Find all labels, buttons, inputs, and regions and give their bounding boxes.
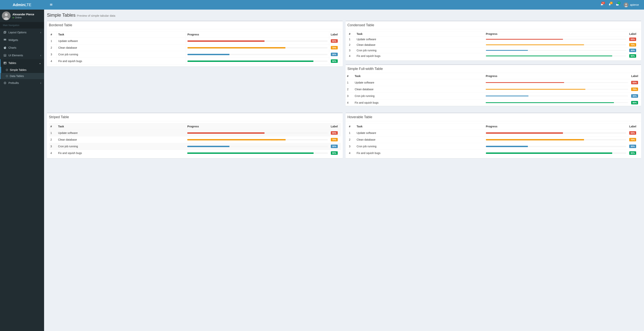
col-progress: Progress	[484, 123, 628, 130]
sidebar-item-label: UI Elements	[8, 54, 23, 57]
sidebar-item-label: Layout Options	[8, 31, 26, 34]
col-label: Label	[628, 123, 639, 130]
row-num: 1	[346, 79, 353, 86]
row-progress	[484, 150, 628, 156]
nav-mail[interactable]: 5	[614, 0, 621, 9]
striped-table: #TaskProgressLabel1Update software55%2Cl…	[49, 123, 341, 156]
row-task: Cron job running	[353, 93, 484, 99]
row-task: Update software	[57, 38, 186, 44]
row-label: 30%	[329, 143, 341, 150]
row-label: 30%	[630, 93, 641, 99]
sidebar-item-tables[interactable]: Tables ⌄ Simple Tables Data Tables	[0, 59, 44, 79]
pie-chart-icon	[4, 46, 6, 49]
table-row: 4Fix and squish bugs90%	[348, 150, 640, 156]
brand-logo[interactable]: AdminLTE	[0, 0, 44, 9]
condensed-table-box: Condensed Table #TaskProgressLabel1Updat…	[346, 21, 641, 60]
row-num: 4	[348, 53, 355, 59]
table-row: 2Clean database70%	[49, 44, 341, 51]
row-num: 3	[348, 48, 355, 53]
table-row: 3Cron job running30%	[346, 93, 641, 99]
table-row: 1Update software55%	[346, 79, 641, 86]
row-num: 1	[49, 38, 57, 44]
row-progress	[484, 93, 630, 99]
row-label: 55%	[628, 36, 639, 42]
sidebar-item-prebuilts[interactable]: Prebuilts ‹	[0, 79, 44, 87]
row-num: 3	[49, 51, 57, 58]
row-task: Clean database	[355, 42, 484, 48]
svg-point-3	[5, 13, 8, 16]
table-row: 1Update software55%	[49, 130, 341, 136]
sidebar-item-layout[interactable]: Layout Options ‹	[0, 28, 44, 36]
content-wrapper: Simple Tables Preview of simple tabular …	[44, 9, 644, 331]
brand-bold: Admin	[13, 3, 24, 7]
table-row: 1Update software55%	[49, 38, 341, 44]
row-label: 90%	[630, 99, 641, 106]
row-progress	[186, 136, 329, 143]
nav-notifications[interactable]: 5	[606, 0, 613, 9]
row-num: 3	[49, 143, 56, 150]
row-label: 55%	[329, 130, 341, 136]
row-task: Clean database	[353, 86, 484, 93]
svg-rect-11	[6, 40, 6, 40]
user-avatar	[624, 2, 628, 7]
nav-messages[interactable]: 42	[598, 0, 606, 9]
row-progress	[186, 150, 329, 156]
row-task: Cron job running	[57, 51, 186, 58]
svg-point-15	[4, 82, 5, 83]
row-label: 30%	[628, 143, 639, 150]
sidebar: Alexander Pierce Online Main Navigation …	[0, 9, 44, 331]
row-num: 3	[346, 93, 353, 99]
col-num: #	[348, 31, 355, 36]
row-num: 4	[49, 58, 57, 64]
row-label: 90%	[329, 58, 340, 64]
row-progress	[484, 36, 628, 42]
row-num: 4	[346, 99, 353, 106]
row-num: 1	[348, 36, 355, 42]
sidebar-item-label: Prebuilts	[8, 81, 19, 84]
circle-icon	[6, 75, 8, 77]
row-label: 55%	[329, 38, 340, 44]
row-label: 55%	[630, 79, 641, 86]
box-title: Striped Table	[49, 115, 341, 119]
table-row: 2Clean database70%	[346, 86, 641, 93]
content: Bordered Table #TaskProgressLabel1Update…	[44, 21, 644, 168]
svg-rect-4	[4, 31, 6, 33]
row-task: Clean database	[56, 136, 186, 143]
row-progress	[484, 136, 628, 143]
row-label: 70%	[329, 44, 340, 51]
row-label: 30%	[628, 48, 639, 53]
sidebar-subitem-simple-tables[interactable]: Simple Tables	[0, 67, 44, 73]
nav-user-menu[interactable]: apierce	[622, 2, 641, 7]
row-label: 90%	[628, 53, 639, 59]
status-dot-icon	[12, 17, 14, 18]
sidebar-item-label: Charts	[8, 46, 16, 49]
row-task: Update software	[56, 130, 186, 136]
striped-table-box: Striped Table #TaskProgressLabel1Update …	[47, 113, 343, 158]
bordered-table: #TaskProgressLabel1Update software55%2Cl…	[49, 31, 341, 64]
row-task: Cron job running	[56, 143, 186, 150]
chevron-down-icon: ⌄	[39, 61, 41, 64]
sidebar-subitem-data-tables[interactable]: Data Tables	[0, 73, 44, 79]
table-row: 2Clean database70%	[348, 136, 640, 143]
sidebar-toggle-button[interactable]	[47, 0, 56, 9]
row-progress	[186, 58, 329, 64]
header: AdminLTE 42 5 5 apierce	[0, 0, 644, 9]
sidebar-user-status: Online	[12, 16, 34, 19]
row-num: 2	[348, 136, 355, 143]
svg-rect-6	[4, 39, 4, 40]
grid-icon	[4, 39, 6, 41]
row-progress	[484, 99, 630, 106]
table-row: 2Clean database70%	[348, 42, 640, 48]
sidebar-item-widgets[interactable]: Widgets	[0, 36, 44, 44]
row-progress	[484, 42, 628, 48]
sidebar-menu: Layout Options ‹ Widgets Charts UI Eleme…	[0, 28, 44, 87]
chevron-left-icon: ‹	[40, 31, 41, 34]
row-progress	[186, 38, 329, 44]
row-num: 2	[348, 42, 355, 48]
row-num: 2	[49, 136, 56, 143]
sidebar-item-ui-elements[interactable]: UI Elements ‹	[0, 51, 44, 59]
sidebar-item-charts[interactable]: Charts	[0, 44, 44, 51]
row-task: Fix and squish bugs	[355, 53, 484, 59]
table-row: 3Cron job running30%	[49, 51, 341, 58]
box-title: Simple Full-width Table	[348, 67, 640, 71]
